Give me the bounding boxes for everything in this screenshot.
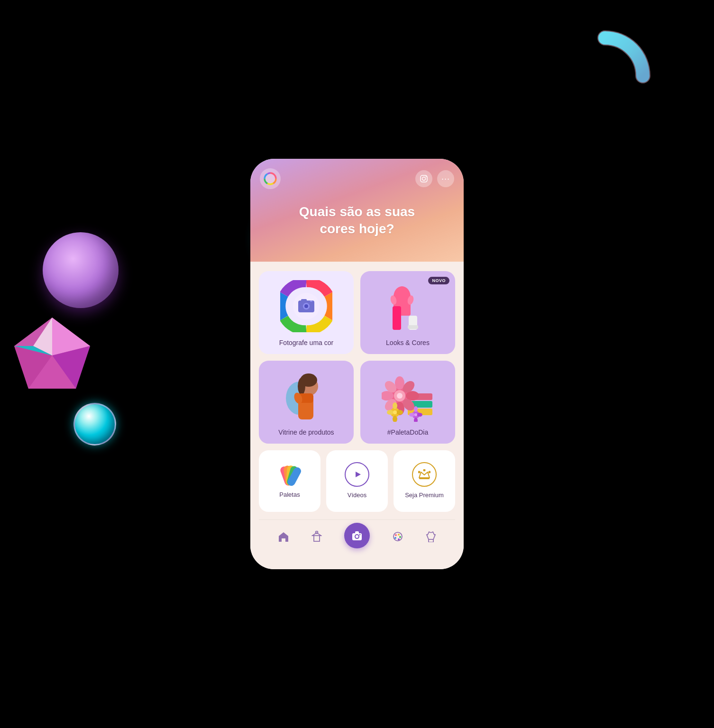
nav-camera[interactable] — [342, 526, 372, 550]
bottom-cards: Paletas Vídeos — [259, 450, 455, 512]
vitrine-image — [266, 368, 346, 424]
svg-point-9 — [422, 177, 426, 181]
svg-point-77 — [398, 534, 400, 536]
svg-rect-19 — [393, 306, 401, 330]
svg-point-49 — [396, 410, 403, 415]
svg-point-78 — [399, 536, 401, 538]
nav-home[interactable] — [276, 529, 291, 546]
play-circle — [345, 462, 369, 487]
home-icon — [278, 531, 289, 545]
svg-point-35 — [395, 376, 404, 390]
svg-point-54 — [409, 413, 415, 417]
paleta-dia-card[interactable]: #PaletaDoDia — [360, 361, 455, 444]
novo-badge: NOVO — [428, 277, 449, 284]
paleta-dia-image — [368, 368, 448, 424]
svg-rect-21 — [408, 325, 418, 329]
looks-label: Looks & Cores — [386, 339, 430, 346]
phone-body: Fotografe uma cor NOVO — [250, 262, 464, 569]
bottom-nav — [259, 519, 455, 560]
svg-point-52 — [414, 406, 418, 412]
svg-point-38 — [406, 391, 419, 400]
fotografe-card[interactable]: Fotografe uma cor — [259, 271, 354, 354]
svg-point-10 — [426, 176, 427, 177]
paletas-icon — [278, 463, 302, 486]
svg-point-56 — [414, 413, 417, 416]
deco-sphere-purple — [43, 232, 119, 308]
wardrobe-icon — [311, 531, 322, 545]
nav-palette[interactable] — [390, 529, 405, 546]
cards-grid: Fotografe uma cor NOVO — [259, 271, 455, 444]
svg-point-50 — [393, 410, 397, 414]
premium-label: Seja Premium — [405, 491, 444, 500]
top-icons: ··· — [415, 170, 454, 187]
deco-small-gem — [73, 403, 116, 446]
svg-point-74 — [359, 534, 360, 535]
videos-card[interactable]: Vídeos — [326, 450, 388, 512]
svg-point-67 — [429, 471, 431, 473]
svg-point-55 — [417, 413, 422, 417]
looks-card[interactable]: NOVO — [360, 271, 455, 354]
phone: ··· Quais são as suas cores hoje? — [250, 159, 464, 569]
deco-arc-top — [558, 28, 652, 135]
fotografe-image — [266, 279, 346, 334]
menu-button[interactable]: ··· — [437, 170, 454, 187]
svg-point-76 — [395, 534, 397, 536]
svg-point-46 — [393, 402, 397, 409]
phone-wrapper: ··· Quais são as suas cores hoje? — [250, 159, 464, 569]
app-logo — [260, 168, 281, 189]
nav-dress[interactable] — [424, 529, 438, 547]
vitrine-card[interactable]: Vitrine de produtos — [259, 361, 354, 444]
looks-image — [368, 279, 448, 334]
phone-header: ··· Quais são as suas cores hoje? — [250, 159, 464, 262]
svg-point-48 — [387, 410, 394, 415]
svg-marker-63 — [419, 472, 430, 478]
camera-nav-button[interactable] — [344, 523, 370, 548]
svg-point-72 — [356, 535, 358, 538]
svg-point-28 — [298, 378, 305, 395]
videos-label: Vídeos — [348, 491, 366, 500]
palette-nav-icon — [392, 531, 403, 545]
fotografe-label: Fotografe uma cor — [279, 339, 333, 346]
hero-title-line2: cores hoje? — [320, 222, 394, 237]
svg-point-14 — [304, 304, 308, 308]
svg-rect-73 — [355, 531, 359, 534]
svg-rect-64 — [419, 478, 430, 479]
top-bar: ··· — [260, 168, 454, 189]
svg-rect-16 — [310, 300, 312, 302]
paleta-dia-label: #PaletaDoDia — [387, 428, 428, 436]
dress-icon — [426, 531, 436, 545]
svg-marker-62 — [356, 472, 361, 477]
paletas-label: Paletas — [279, 491, 300, 499]
deco-gem — [9, 313, 95, 398]
hero-title-line1: Quais são as suas — [299, 204, 415, 219]
crown-circle — [412, 462, 437, 487]
vitrine-label: Vitrine de produtos — [278, 428, 334, 436]
svg-point-44 — [397, 393, 403, 399]
svg-point-66 — [423, 469, 426, 472]
premium-icon — [412, 462, 437, 487]
menu-dots: ··· — [441, 174, 450, 184]
svg-point-79 — [394, 537, 396, 539]
svg-point-80 — [398, 538, 400, 540]
nav-wardrobe[interactable] — [310, 529, 324, 547]
svg-point-65 — [418, 471, 421, 473]
svg-rect-15 — [301, 299, 307, 301]
instagram-button[interactable] — [415, 170, 432, 187]
paletas-card[interactable]: Paletas — [259, 450, 320, 512]
premium-card[interactable]: Seja Premium — [394, 450, 455, 512]
hero-title: Quais são as suas cores hoje? — [260, 199, 454, 247]
videos-icon — [345, 462, 369, 487]
